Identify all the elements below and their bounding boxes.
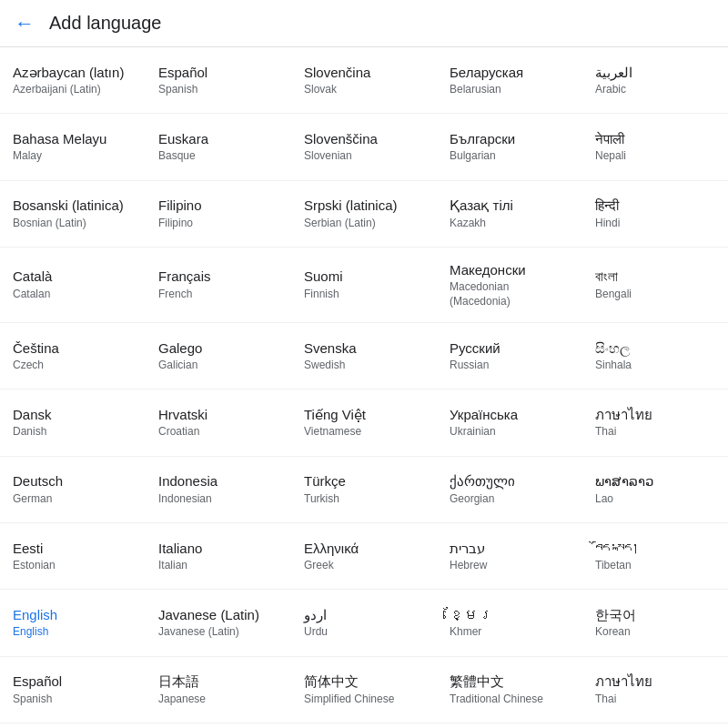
language-item[interactable]: עבריתHebrew: [437, 523, 582, 590]
language-native-name: Hrvatski: [158, 406, 280, 424]
language-item[interactable]: العربيةArabic: [582, 47, 728, 114]
language-item[interactable]: Azərbaycan (latın)Azerbaijani (Latin): [0, 47, 146, 114]
language-native-name: Қазақ тілі: [450, 197, 571, 215]
language-native-name: Čeština: [13, 339, 135, 358]
header: ← Add language: [0, 0, 728, 47]
language-native-name: العربية: [595, 64, 717, 82]
language-item[interactable]: РусскийRussian: [437, 323, 582, 389]
language-native-name: Dansk: [13, 406, 135, 424]
back-button[interactable]: ←: [15, 14, 35, 34]
language-item[interactable]: EestiEstonian: [0, 523, 146, 590]
language-item[interactable]: Srpski (latinica)Serbian (Latin): [291, 181, 437, 248]
language-native-name: සිංහල: [595, 339, 717, 358]
language-english-name: Spanish: [158, 83, 280, 97]
language-english-name: French: [158, 288, 280, 302]
language-english-name: Bengali: [595, 288, 717, 302]
language-item[interactable]: МакедонскиMacedonian (Macedonia): [437, 248, 582, 323]
language-item[interactable]: Bahasa MelayuMalay: [0, 114, 146, 180]
language-item[interactable]: বাংলাBengali: [582, 248, 728, 323]
language-item[interactable]: اردوUrdu: [291, 590, 437, 656]
language-english-name: Nepali: [595, 149, 717, 164]
language-english-name: Finnish: [304, 288, 426, 302]
language-item[interactable]: 日本語Japanese: [146, 657, 291, 723]
language-native-name: Български: [450, 130, 571, 148]
language-native-name: Javanese (Latin): [158, 606, 280, 624]
language-item[interactable]: 简体中文Simplified Chinese: [291, 657, 437, 723]
language-item[interactable]: SlovenščinaSlovenian: [291, 114, 437, 180]
language-item[interactable]: ພາສາລາວLao: [582, 457, 728, 523]
language-native-name: Tiếng Việt: [304, 406, 426, 424]
language-item[interactable]: བོད་སྐད།Tibetan: [582, 523, 728, 590]
language-native-name: Galego: [158, 339, 280, 358]
language-item[interactable]: ΕλληνικάGreek: [291, 523, 437, 590]
language-native-name: ខ្មែរ: [450, 606, 571, 624]
language-english-name: Czech: [13, 359, 135, 373]
language-item[interactable]: TürkçeTurkish: [291, 457, 437, 523]
language-item[interactable]: CatalàCatalan: [0, 248, 146, 323]
language-native-name: Español: [158, 64, 280, 82]
language-item[interactable]: EspañolSpanish: [146, 47, 291, 114]
language-english-name: Kazakh: [450, 217, 571, 231]
language-item[interactable]: SvenskaSwedish: [291, 323, 437, 389]
language-native-name: ภาษาไทย: [595, 406, 717, 424]
language-native-name: English: [13, 606, 135, 624]
language-item[interactable]: 한국어Korean: [582, 590, 728, 656]
language-item[interactable]: FrançaisFrench: [146, 248, 291, 323]
language-item[interactable]: SuomiFinnish: [291, 248, 437, 323]
language-item[interactable]: ខ្មែរKhmer: [437, 590, 582, 656]
language-english-name: Slovak: [304, 83, 426, 97]
language-english-name: Italian: [158, 559, 280, 573]
language-item[interactable]: සිංහලSinhala: [582, 323, 728, 389]
language-item[interactable]: DeutschGerman: [0, 457, 146, 523]
language-item[interactable]: Javanese (Latin)Javanese (Latin): [146, 590, 291, 656]
language-item[interactable]: БеларускаяBelarusian: [437, 47, 582, 114]
language-native-name: 繁體中文: [450, 672, 571, 691]
page-title: Add language: [49, 13, 161, 34]
language-english-name: Indonesian: [158, 492, 280, 507]
language-english-name: Croatian: [158, 425, 280, 440]
language-item[interactable]: БългарскиBulgarian: [437, 114, 582, 180]
language-item[interactable]: नेपालीNepali: [582, 114, 728, 180]
language-english-name: Sinhala: [595, 359, 717, 373]
language-item[interactable]: Tiếng ViệtVietnamese: [291, 389, 437, 456]
language-item[interactable]: EnglishEnglish: [0, 590, 146, 656]
language-native-name: हिन्दी: [595, 197, 717, 215]
language-item[interactable]: ČeštinaCzech: [0, 323, 146, 389]
language-item[interactable]: GalegoGalician: [146, 323, 291, 389]
language-item[interactable]: HrvatskiCroatian: [146, 389, 291, 456]
language-native-name: Deutsch: [13, 472, 135, 490]
language-native-name: ພາສາລາວ: [595, 472, 717, 490]
language-list: Azərbaycan (latın)Azerbaijani (Latin)Esp…: [0, 47, 728, 723]
language-native-name: Беларуская: [450, 64, 571, 82]
language-english-name: Filipino: [158, 217, 280, 231]
language-item[interactable]: 繁體中文Traditional Chinese: [437, 657, 582, 723]
language-item[interactable]: IndonesiaIndonesian: [146, 457, 291, 523]
language-english-name: Georgian: [450, 492, 571, 507]
language-english-name: Javanese (Latin): [158, 625, 280, 640]
language-item[interactable]: ภาษาไทยThai: [582, 389, 728, 456]
language-item[interactable]: EspañolSpanish: [0, 657, 146, 723]
language-item[interactable]: FilipinoFilipino: [146, 181, 291, 248]
language-native-name: עברית: [450, 540, 571, 558]
language-english-name: Azerbaijani (Latin): [13, 83, 135, 97]
language-item[interactable]: EuskaraBasque: [146, 114, 291, 180]
language-native-name: Eesti: [13, 540, 135, 558]
language-item[interactable]: ქართულიGeorgian: [437, 457, 582, 523]
language-english-name: Khmer: [450, 625, 571, 640]
language-english-name: Turkish: [304, 492, 426, 507]
language-item[interactable]: УкраїнськаUkrainian: [437, 389, 582, 456]
language-native-name: 한국어: [595, 606, 717, 624]
language-item[interactable]: DanskDanish: [0, 389, 146, 456]
language-item[interactable]: ภาษาไทยThai: [582, 657, 728, 723]
language-native-name: Русский: [450, 339, 571, 358]
language-native-name: বাংলা: [595, 268, 717, 286]
language-english-name: Arabic: [595, 83, 717, 97]
language-native-name: Indonesia: [158, 472, 280, 490]
language-item[interactable]: Bosanski (latinica)Bosnian (Latin): [0, 181, 146, 248]
language-item[interactable]: ItalianoItalian: [146, 523, 291, 590]
language-item[interactable]: Қазақ тіліKazakh: [437, 181, 582, 248]
language-native-name: اردو: [304, 606, 426, 624]
language-item[interactable]: हिन्दीHindi: [582, 181, 728, 248]
language-native-name: Bosanski (latinica): [13, 197, 135, 215]
language-item[interactable]: SlovenčinaSlovak: [291, 47, 437, 114]
